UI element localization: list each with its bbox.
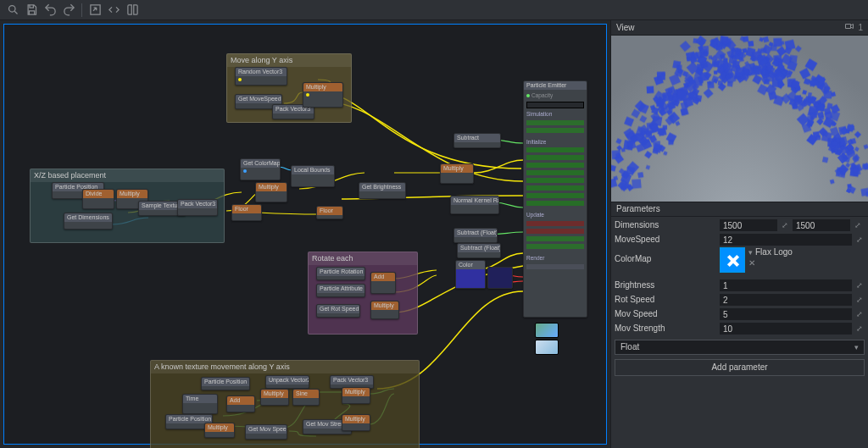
save-icon[interactable] [22, 1, 41, 19]
movespeed-input[interactable] [720, 234, 852, 246]
movspeed-input[interactable] [720, 308, 852, 320]
search-icon[interactable] [3, 1, 22, 19]
node-title: Subtract (Float) [454, 229, 497, 237]
camera-icon[interactable] [844, 21, 854, 34]
node-multiply-3[interactable]: Multiply [440, 163, 474, 184]
particle-preview[interactable] [611, 36, 868, 202]
movstrength-input[interactable] [720, 323, 852, 335]
expand-icon[interactable]: ⤢ [854, 279, 865, 291]
node-floor-2[interactable]: Floor [316, 206, 343, 219]
node-local-bounds[interactable]: Local Bounds [291, 165, 335, 187]
node-normal-range[interactable]: Normal Kernel Range [450, 196, 499, 214]
node-floor[interactable]: Floor [231, 204, 262, 221]
svg-rect-159 [646, 165, 650, 169]
node-pack-vector3-b[interactable]: Pack Vector3 [177, 199, 218, 216]
node-get-brightness[interactable]: Get Brightness [359, 182, 406, 199]
svg-rect-196 [695, 36, 706, 47]
param-label: Brightness [615, 280, 720, 290]
svg-rect-308 [668, 140, 673, 145]
param-label: Mov Strength [615, 324, 720, 334]
expand-icon[interactable]: ⤢ [779, 219, 791, 231]
code-icon[interactable] [104, 1, 123, 19]
svg-rect-67 [763, 36, 770, 43]
expand-icon[interactable]: ⤢ [854, 323, 865, 335]
node-subtract-f2[interactable]: Subtract (Float) [457, 243, 501, 258]
svg-rect-389 [615, 138, 621, 144]
svg-rect-68 [854, 147, 860, 152]
expand-icon[interactable]: ⤢ [854, 294, 865, 306]
redo-icon[interactable] [59, 1, 78, 19]
node-color[interactable]: Color [455, 260, 486, 289]
node-title: Unpack Vector2 [266, 376, 309, 384]
svg-rect-209 [830, 180, 835, 185]
param-label: Rot Speed [615, 295, 720, 305]
expand-icon[interactable]: ⤢ [852, 219, 864, 231]
chevron-down-icon[interactable]: ▾ [748, 248, 753, 257]
node-sine[interactable]: Sine [292, 389, 320, 406]
node-add-1[interactable]: Add [370, 272, 396, 294]
param-rotspeed: Rot Speed ⤢ [615, 293, 865, 307]
center-view-icon[interactable] [86, 1, 104, 19]
node-get-movspeed2[interactable]: Get Mov Speed [245, 424, 287, 440]
render-thumbnail-2[interactable] [535, 340, 559, 355]
dimensions-y-input[interactable] [793, 219, 850, 231]
node-title: Multiply [261, 390, 288, 398]
node-title: Pack Vector3 [331, 376, 373, 384]
svg-rect-347 [612, 150, 621, 159]
view-count: 1 [858, 23, 863, 33]
node-title: Multiply [342, 415, 370, 423]
node-unpack-vec2[interactable]: Unpack Vector2 [265, 375, 309, 389]
svg-rect-302 [704, 88, 714, 98]
undo-icon[interactable] [41, 1, 59, 19]
node-time[interactable]: Time [182, 394, 218, 414]
node-particle-position-b[interactable]: Particle Position [201, 377, 250, 390]
expand-icon[interactable]: ⤢ [854, 234, 865, 246]
node-get-rotspeed[interactable]: Get Rot Speed [316, 304, 360, 318]
param-brightness: Brightness ⤢ [615, 279, 865, 292]
node-title: Particle Attribute [317, 285, 364, 293]
node-title: Subtract (Float) [458, 244, 500, 252]
node-color-b[interactable] [487, 267, 513, 289]
colormap-thumbnail[interactable] [720, 247, 745, 273]
node-mult-5a[interactable]: Multiply [204, 423, 235, 438]
node-add-2[interactable]: Add [226, 395, 255, 412]
node-title: Multiply [371, 301, 398, 310]
colormap-clear[interactable]: ✕ [748, 258, 793, 268]
node-mult-6b[interactable]: Multiply [342, 414, 370, 431]
node-particle-attribute[interactable]: Particle Attribute [316, 284, 365, 297]
svg-rect-325 [657, 72, 665, 80]
dimensions-x-input[interactable] [720, 219, 777, 231]
node-get-dimensions[interactable]: Get Dimensions [64, 213, 113, 230]
docs-icon[interactable] [123, 1, 142, 19]
node-particle-rotation[interactable]: Particle Rotation [316, 267, 365, 280]
node-subtract-f[interactable]: Subtract (Float) [453, 228, 498, 243]
node-mult-5[interactable]: Multiply [260, 389, 289, 406]
svg-rect-216 [672, 101, 676, 105]
toolbar [0, 0, 868, 20]
node-get-colormap[interactable]: Get ColorMap [240, 158, 281, 180]
node-multiply-4[interactable]: Multiply [370, 301, 399, 319]
node-particle-emitter[interactable]: Particle Emitter Capacity Simulation Ini… [523, 80, 587, 318]
node-multiply-1[interactable]: Multiply [303, 82, 343, 108]
svg-rect-199 [748, 41, 754, 47]
view-title: View [616, 23, 635, 33]
svg-rect-303 [621, 148, 626, 152]
render-thumbnail-1[interactable] [535, 323, 559, 338]
expand-icon[interactable]: ⤢ [854, 308, 865, 320]
svg-rect-239 [757, 84, 768, 95]
svg-rect-136 [663, 151, 667, 155]
node-subtract[interactable]: Subtract [453, 133, 501, 148]
svg-rect-186 [799, 68, 810, 79]
node-divide[interactable]: Divide [82, 189, 114, 209]
node-graph-canvas[interactable]: Move along Y axis X/Z based placement Ro… [3, 24, 607, 445]
svg-rect-407 [715, 43, 723, 51]
node-title: Particle Position [202, 378, 249, 386]
add-parameter-button[interactable]: Add parameter [615, 359, 865, 376]
svg-rect-324 [681, 108, 688, 116]
node-mult-6[interactable]: Multiply [342, 387, 370, 404]
param-type-dropdown[interactable]: Float ▾ [615, 340, 865, 355]
node-random-vector3[interactable]: Random Vector3 [235, 67, 287, 86]
rotspeed-input[interactable] [720, 294, 852, 306]
node-multiply-2[interactable]: Multiply [255, 182, 287, 202]
brightness-input[interactable] [720, 279, 852, 291]
